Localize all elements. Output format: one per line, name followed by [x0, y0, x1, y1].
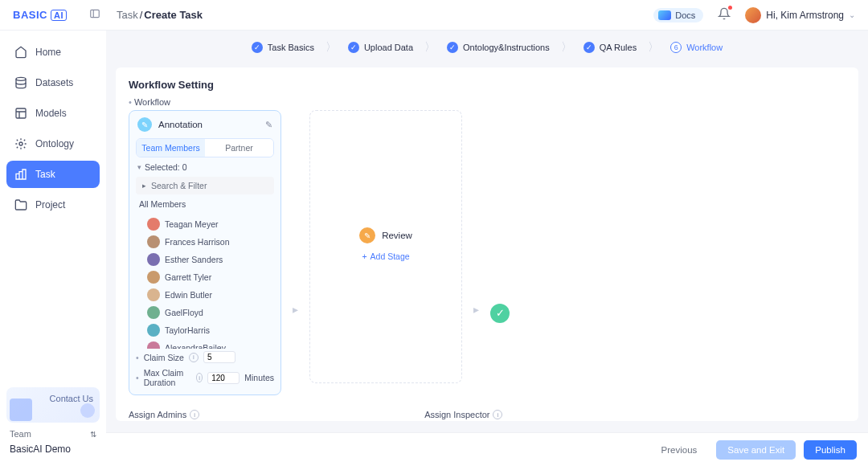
- docs-button[interactable]: Docs: [653, 8, 703, 22]
- step-label: Upload Data: [364, 43, 413, 52]
- contact-us-label: Contact Us: [50, 394, 93, 403]
- sidebar-item-models[interactable]: Models: [6, 100, 100, 127]
- contact-illustration: [10, 399, 32, 421]
- member-list[interactable]: Teagan MeyerFrances HarrisonEsther Sande…: [129, 214, 280, 349]
- plus-icon: +: [362, 251, 366, 261]
- member-row[interactable]: Garrett Tyler: [129, 268, 280, 286]
- logo[interactable]: BASIC AI: [13, 9, 67, 21]
- flow-arrow-icon: ▸: [473, 190, 479, 316]
- tab-partner[interactable]: Partner: [205, 139, 273, 157]
- claim-size-label: Claim Size: [144, 353, 184, 362]
- step-task-basics[interactable]: ✓Task Basics: [247, 42, 319, 53]
- previous-button[interactable]: Previous: [650, 440, 709, 460]
- all-members-label: All Members: [129, 194, 280, 214]
- member-row[interactable]: TaylorHarris: [129, 321, 280, 339]
- member-name: GaelFloyd: [165, 308, 203, 317]
- annotation-title: Annotation: [158, 120, 259, 129]
- assign-inspector[interactable]: Assign Inspectori: [424, 410, 502, 419]
- sidebar-item-label: Ontology: [35, 138, 74, 149]
- review-row: ✎ Review: [359, 227, 412, 243]
- user-menu[interactable]: Hi, Kim Armstrong ⌄: [745, 7, 855, 23]
- step-arrow-icon: 〉: [648, 40, 659, 55]
- member-name: AlexandraBailey: [165, 343, 226, 349]
- search-filter[interactable]: Search & Filter: [136, 177, 274, 194]
- workflow-flow: ✎ Annotation ✎ Team Members Partner Sele…: [129, 110, 845, 395]
- step-ontology-instructions[interactable]: ✓Ontology&Instructions: [442, 42, 555, 53]
- svg-point-4: [19, 142, 23, 145]
- step-upload-data[interactable]: ✓Upload Data: [343, 42, 418, 53]
- minutes-label: Minutes: [244, 373, 274, 382]
- user-greeting: Hi, Kim Armstrong: [766, 10, 844, 21]
- member-row[interactable]: AlexandraBailey: [129, 339, 280, 349]
- sidebar-collapse-icon[interactable]: [89, 8, 100, 22]
- assign-admins[interactable]: Assign Adminsi: [129, 410, 199, 419]
- review-title: Review: [382, 231, 412, 240]
- sidebar-item-label: Home: [35, 47, 61, 58]
- breadcrumb-parent[interactable]: Task: [117, 9, 138, 21]
- max-claim-input[interactable]: [207, 372, 240, 384]
- sidebar-item-home[interactable]: Home: [6, 39, 100, 66]
- step-label: QA Rules: [600, 43, 637, 52]
- breadcrumb: Task / Create Task: [117, 9, 203, 21]
- avatar: [745, 7, 761, 23]
- sidebar-item-task[interactable]: Task: [6, 161, 100, 188]
- save-and-exit-button[interactable]: Save and Exit: [716, 440, 796, 460]
- contact-us-card[interactable]: Contact Us: [6, 387, 100, 423]
- member-row[interactable]: GaelFloyd: [129, 304, 280, 321]
- publish-button[interactable]: Publish: [804, 440, 857, 460]
- claim-size-input[interactable]: [203, 351, 235, 363]
- breadcrumb-current: Create Task: [144, 9, 203, 21]
- info-icon[interactable]: i: [196, 373, 203, 382]
- step-label: Task Basics: [268, 43, 314, 52]
- member-name: Garrett Tyler: [165, 272, 211, 282]
- team-switch-icon: ⇅: [90, 430, 96, 439]
- step-dot-icon: 6: [670, 42, 682, 53]
- member-row[interactable]: Frances Harrison: [129, 233, 280, 251]
- models-icon: [14, 107, 27, 120]
- review-icon: ✎: [359, 227, 375, 243]
- avatar: [147, 341, 160, 349]
- svg-rect-0: [91, 10, 100, 17]
- flow-arrow-icon: ▸: [293, 190, 298, 316]
- step-workflow[interactable]: 6Workflow: [665, 42, 727, 53]
- chat-bubble-icon: [80, 403, 95, 418]
- avatar: [147, 235, 160, 248]
- selected-count[interactable]: Selected: 0: [129, 157, 280, 177]
- member-row[interactable]: Edwin Butler: [129, 286, 280, 304]
- team-name: BasicAI Demo: [6, 440, 100, 458]
- review-stage-card[interactable]: ✎ Review + Add Stage: [309, 110, 462, 383]
- avatar: [147, 218, 160, 231]
- annotation-tabs: Team Members Partner: [136, 138, 274, 157]
- member-name: Teagan Meyer: [165, 219, 219, 229]
- main: ✓Task Basics〉✓Upload Data〉✓Ontology&Inst…: [106, 31, 868, 466]
- step-dot-icon: ✓: [348, 42, 359, 53]
- step-qa-rules[interactable]: ✓QA Rules: [579, 42, 641, 53]
- assign-row: Assign Adminsi Assign Inspectori: [129, 410, 845, 419]
- team-label: Team: [10, 429, 31, 439]
- sidebar-item-label: Project: [35, 199, 65, 211]
- sidebar: HomeDatasetsModelsOntologyTaskProject Co…: [0, 31, 106, 466]
- max-claim-label: Max Claim Duration: [144, 368, 191, 387]
- edit-stage-icon[interactable]: ✎: [265, 120, 272, 130]
- sidebar-item-project[interactable]: Project: [6, 191, 100, 219]
- team-selector[interactable]: Team ⇅: [6, 423, 100, 440]
- add-stage-button[interactable]: + Add Stage: [362, 251, 409, 261]
- svg-rect-3: [16, 108, 26, 118]
- member-name: TaylorHarris: [165, 325, 210, 335]
- sidebar-item-ontology[interactable]: Ontology: [6, 130, 100, 157]
- datasets-icon: [14, 76, 27, 89]
- member-row[interactable]: Esther Sanders: [129, 251, 280, 268]
- logo-text-basic: BASIC: [13, 9, 47, 21]
- info-icon[interactable]: i: [189, 353, 199, 362]
- annotation-stage-card: ✎ Annotation ✎ Team Members Partner Sele…: [129, 110, 281, 395]
- ontology-icon: [14, 137, 27, 150]
- avatar: [147, 324, 160, 337]
- sidebar-item-datasets[interactable]: Datasets: [6, 69, 100, 96]
- tab-team-members[interactable]: Team Members: [137, 139, 205, 157]
- member-name: Frances Harrison: [165, 237, 230, 247]
- notifications-icon[interactable]: [718, 7, 731, 23]
- step-dot-icon: ✓: [447, 42, 458, 53]
- sidebar-item-label: Task: [35, 169, 55, 180]
- member-row[interactable]: Teagan Meyer: [129, 215, 280, 233]
- step-arrow-icon: 〉: [424, 40, 436, 55]
